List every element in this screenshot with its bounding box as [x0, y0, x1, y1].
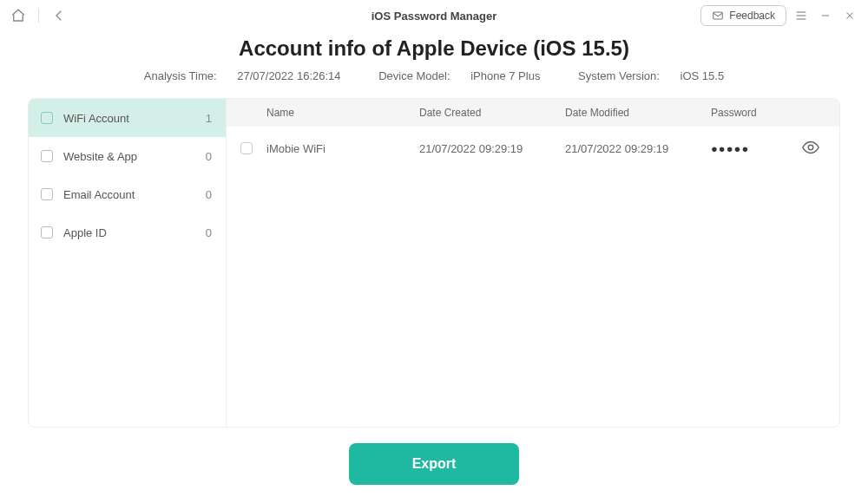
back-icon[interactable]: [49, 6, 69, 25]
reveal-password-button[interactable]: [801, 138, 820, 160]
sidebar-item-count: 0: [206, 226, 212, 239]
meta-row: Analysis Time: 27/07/2022 16:26:14 Devic…: [28, 69, 840, 82]
cell-modified: 21/07/2022 09:29:19: [565, 142, 711, 155]
table-header: Name Date Created Date Modified Password: [227, 99, 839, 127]
col-password: Password: [711, 107, 782, 119]
cell-password: ●●●●●: [711, 142, 782, 155]
col-created: Date Created: [419, 107, 565, 119]
mail-icon: [712, 10, 724, 22]
analysis-value: 27/07/2022 16:26:14: [237, 69, 340, 82]
checkbox-icon[interactable]: [41, 112, 53, 124]
sidebar-item-wifi[interactable]: WiFi Account 1: [29, 99, 226, 137]
col-name: Name: [266, 107, 419, 119]
table-row[interactable]: iMobie WiFi 21/07/2022 09:29:19 21/07/20…: [227, 127, 839, 170]
system-label: System Version:: [578, 69, 660, 82]
sidebar-item-label: Apple ID: [63, 226, 206, 239]
cell-name: iMobie WiFi: [266, 142, 419, 155]
checkbox-icon[interactable]: [41, 226, 53, 238]
sidebar-item-count: 0: [206, 188, 212, 201]
checkbox-icon[interactable]: [240, 142, 253, 154]
cell-created: 21/07/2022 09:29:19: [419, 142, 565, 155]
home-icon[interactable]: [9, 6, 28, 25]
sidebar-item-label: Email Account: [63, 188, 206, 201]
sidebar-item-count: 0: [206, 150, 212, 163]
sidebar-item-website[interactable]: Website & App 0: [29, 137, 226, 175]
minimize-icon[interactable]: [816, 6, 835, 25]
sidebar-item-count: 1: [206, 112, 212, 125]
menu-icon[interactable]: [792, 6, 811, 25]
sidebar-item-label: Website & App: [63, 150, 206, 163]
device-label: Device Model:: [378, 69, 450, 82]
separator: [38, 9, 39, 23]
svg-point-7: [808, 145, 813, 150]
close-icon[interactable]: [840, 6, 859, 25]
sidebar: WiFi Account 1 Website & App 0 Email Acc…: [29, 99, 227, 427]
page-title: Account info of Apple Device (iOS 15.5): [28, 36, 840, 61]
feedback-label: Feedback: [729, 10, 775, 22]
sidebar-item-appleid[interactable]: Apple ID 0: [29, 213, 226, 252]
main-panel: Name Date Created Date Modified Password…: [227, 99, 839, 427]
checkbox-icon[interactable]: [41, 150, 53, 162]
export-button[interactable]: Export: [349, 443, 519, 485]
analysis-label: Analysis Time:: [144, 69, 217, 82]
eye-icon: [801, 138, 820, 157]
sidebar-item-email[interactable]: Email Account 0: [29, 175, 226, 213]
feedback-button[interactable]: Feedback: [700, 5, 786, 26]
checkbox-icon[interactable]: [41, 188, 53, 200]
col-modified: Date Modified: [565, 107, 711, 119]
system-value: iOS 15.5: [681, 69, 725, 82]
sidebar-item-label: WiFi Account: [63, 112, 206, 125]
window-title: iOS Password Manager: [372, 10, 497, 23]
device-value: iPhone 7 Plus: [470, 69, 540, 82]
